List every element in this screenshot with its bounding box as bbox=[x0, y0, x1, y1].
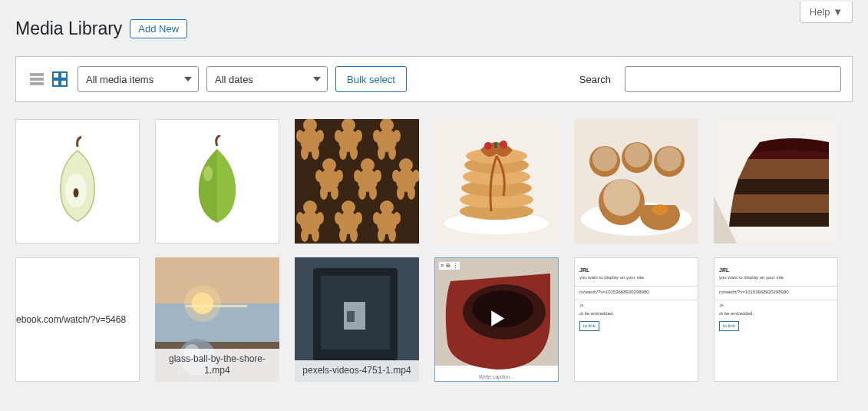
svg-point-79 bbox=[592, 147, 617, 171]
add-new-button[interactable]: Add New bbox=[130, 19, 187, 38]
date-filter[interactable]: All dates bbox=[206, 66, 328, 92]
play-icon bbox=[484, 306, 510, 334]
svg-point-46 bbox=[408, 186, 415, 200]
svg-point-27 bbox=[378, 146, 385, 160]
media-item[interactable] bbox=[295, 119, 419, 244]
media-item[interactable]: ≡⊞⋮ Write caption... bbox=[434, 257, 559, 382]
svg-rect-1 bbox=[30, 78, 44, 81]
media-item[interactable]: JRL you want to display on your site. m/… bbox=[714, 257, 838, 382]
media-item[interactable] bbox=[15, 119, 140, 244]
svg-point-51 bbox=[301, 228, 309, 242]
media-type-filter[interactable]: All media items bbox=[78, 66, 199, 92]
svg-marker-90 bbox=[738, 159, 829, 179]
svg-point-13 bbox=[296, 130, 304, 142]
media-toolbar: All media items All dates Bulk select Se… bbox=[15, 56, 853, 102]
thumbnail-image: JRL you want to display on your site. m/… bbox=[575, 258, 698, 381]
svg-point-62 bbox=[393, 212, 401, 224]
svg-point-73 bbox=[484, 142, 492, 150]
svg-point-81 bbox=[625, 143, 649, 167]
svg-point-9 bbox=[203, 166, 213, 181]
media-item[interactable] bbox=[714, 119, 838, 244]
svg-marker-93 bbox=[729, 213, 829, 227]
svg-point-43 bbox=[392, 170, 400, 182]
thumbnail-image bbox=[434, 119, 559, 244]
media-item[interactable]: ebook.com/watch/?v=5468 bbox=[15, 257, 140, 382]
media-item[interactable] bbox=[155, 119, 279, 244]
view-mode-toggle bbox=[27, 69, 70, 89]
search-input[interactable] bbox=[625, 66, 841, 92]
svg-point-16 bbox=[312, 146, 319, 160]
thumbnail-text: ebook.com/watch/?v=5468 bbox=[16, 314, 126, 325]
svg-point-56 bbox=[355, 212, 362, 224]
media-caption: pexels-videos-4751-1.mp4 bbox=[295, 360, 419, 382]
svg-rect-3 bbox=[53, 72, 59, 78]
svg-point-49 bbox=[296, 212, 304, 224]
list-view-icon[interactable] bbox=[27, 69, 47, 89]
media-item[interactable]: pexels-videos-4751-1.mp4 bbox=[295, 257, 419, 382]
svg-point-20 bbox=[355, 130, 362, 142]
svg-point-58 bbox=[350, 228, 358, 242]
svg-rect-75 bbox=[494, 142, 497, 148]
svg-marker-92 bbox=[731, 194, 829, 213]
svg-rect-4 bbox=[61, 72, 67, 78]
svg-point-40 bbox=[369, 186, 377, 200]
caption-placeholder: Write caption... bbox=[435, 374, 558, 380]
svg-rect-5 bbox=[53, 80, 59, 86]
thumbnail-image bbox=[156, 120, 279, 243]
svg-point-8 bbox=[74, 188, 79, 197]
page-header: Media Library Add New bbox=[15, 18, 853, 39]
svg-point-28 bbox=[388, 146, 396, 160]
svg-point-61 bbox=[373, 212, 381, 224]
page-title: Media Library bbox=[15, 18, 122, 39]
svg-point-86 bbox=[652, 204, 668, 215]
svg-point-83 bbox=[657, 147, 682, 171]
thumbnail-image bbox=[574, 119, 698, 244]
svg-point-21 bbox=[339, 146, 347, 160]
svg-point-85 bbox=[603, 179, 640, 216]
svg-point-31 bbox=[315, 170, 323, 182]
svg-point-15 bbox=[301, 146, 309, 160]
svg-point-50 bbox=[316, 212, 324, 224]
help-button[interactable]: Help ▼ bbox=[800, 2, 853, 23]
media-grid: ebook.com/watch/?v=5468 glass-ball-by-th… bbox=[15, 119, 853, 382]
svg-point-38 bbox=[374, 170, 381, 182]
media-caption: glass-ball-by-the-shore-1.mp4 bbox=[155, 349, 279, 382]
svg-point-55 bbox=[335, 212, 342, 224]
grid-view-icon[interactable] bbox=[50, 69, 70, 89]
svg-point-25 bbox=[373, 130, 381, 142]
svg-point-19 bbox=[335, 130, 342, 142]
svg-point-74 bbox=[500, 141, 507, 148]
svg-point-14 bbox=[316, 130, 324, 142]
bulk-select-button[interactable]: Bulk select bbox=[335, 66, 407, 92]
svg-point-45 bbox=[397, 186, 404, 200]
media-item[interactable]: JRL you want to display on your site. m/… bbox=[574, 257, 698, 382]
svg-rect-0 bbox=[30, 73, 44, 76]
svg-point-98 bbox=[184, 285, 221, 322]
svg-point-34 bbox=[331, 186, 338, 200]
svg-point-63 bbox=[378, 228, 385, 242]
svg-marker-111 bbox=[491, 310, 504, 326]
thumbnail-image bbox=[714, 119, 838, 244]
media-item[interactable]: glass-ball-by-the-shore-1.mp4 bbox=[155, 257, 279, 382]
svg-rect-99 bbox=[186, 305, 247, 307]
svg-point-39 bbox=[358, 186, 366, 200]
svg-rect-2 bbox=[30, 82, 44, 85]
media-item[interactable] bbox=[434, 119, 559, 244]
svg-point-52 bbox=[312, 228, 319, 242]
media-item[interactable] bbox=[574, 119, 698, 244]
svg-point-37 bbox=[354, 170, 361, 182]
thumbnail-image bbox=[295, 119, 419, 244]
svg-point-64 bbox=[388, 228, 396, 242]
svg-point-57 bbox=[339, 228, 347, 242]
svg-rect-6 bbox=[61, 80, 67, 86]
block-toolbar: ≡⊞⋮ bbox=[438, 261, 460, 270]
svg-marker-91 bbox=[734, 179, 829, 194]
thumbnail-image: JRL you want to display on your site. m/… bbox=[715, 258, 837, 381]
search-label: Search bbox=[579, 74, 611, 85]
svg-point-26 bbox=[393, 130, 401, 142]
svg-point-22 bbox=[350, 146, 358, 160]
svg-point-32 bbox=[335, 170, 343, 182]
thumbnail-image bbox=[16, 120, 139, 243]
svg-point-33 bbox=[320, 186, 328, 200]
svg-rect-106 bbox=[347, 311, 355, 322]
